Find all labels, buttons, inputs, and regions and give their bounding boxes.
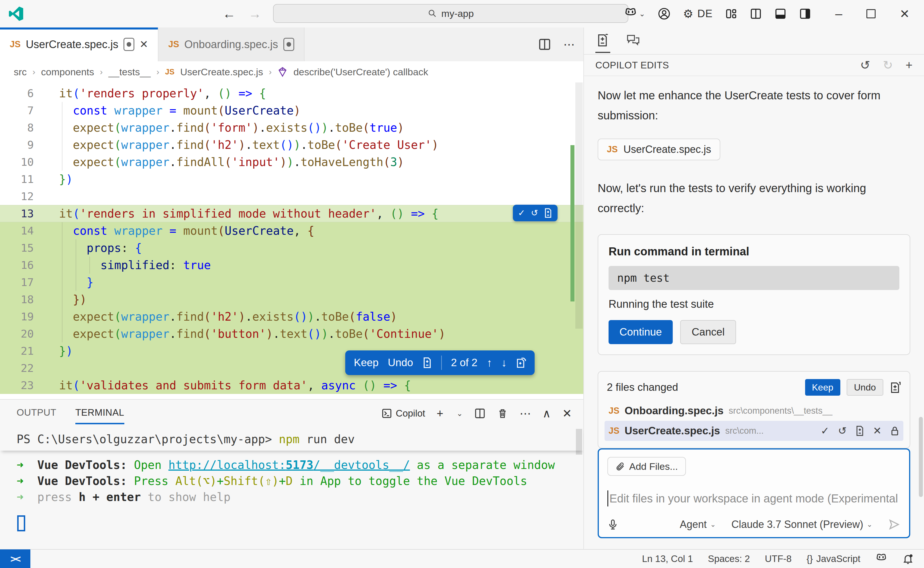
- language-mode[interactable]: {} JavaScript: [807, 553, 860, 564]
- open-diff-icon[interactable]: [855, 426, 864, 436]
- tab-output[interactable]: OUTPUT: [17, 407, 56, 420]
- file-row-usercreate[interactable]: JS UserCreate.spec.js src\com... ✓ ↺ ✕: [604, 421, 903, 441]
- discard-change-icon[interactable]: ↺: [531, 209, 538, 217]
- code-editor[interactable]: 6it('renders properly', () => {7 const w…: [0, 82, 583, 399]
- chevron-down-icon: ⌄: [710, 520, 716, 529]
- code-line-20[interactable]: 20 expect(wrapper.find('button').text())…: [0, 325, 583, 342]
- input-placeholder: Edit files in your workspace in agent mo…: [609, 492, 898, 505]
- command-card-title: Run command in terminal: [609, 245, 899, 258]
- split-editor-icon[interactable]: [538, 38, 551, 51]
- terminal-copilot-selector[interactable]: Copilot: [381, 408, 425, 419]
- terminal-scrollbar[interactable]: [576, 429, 582, 455]
- toggle-secondary-sidebar-icon[interactable]: [799, 8, 811, 20]
- breadcrumb-symbol[interactable]: describe('UserCreate') callback: [293, 66, 428, 78]
- command-center-search[interactable]: my-app: [273, 4, 628, 23]
- keep-all-button[interactable]: Keep: [805, 379, 840, 396]
- code-line-8[interactable]: 8 expect(wrapper.find('form').exists()).…: [0, 119, 583, 136]
- copilot-status-icon[interactable]: [875, 554, 887, 564]
- code-line-11[interactable]: 11}): [0, 171, 583, 188]
- window-maximize-button[interactable]: [866, 9, 876, 18]
- tab-close-icon[interactable]: ✕: [139, 38, 148, 50]
- new-session-icon[interactable]: +: [905, 58, 913, 72]
- file-row-onboarding[interactable]: JS Onboarding.spec.js src\components\__t…: [604, 401, 903, 421]
- accept-change-icon[interactable]: ✓: [518, 209, 525, 217]
- microphone-icon[interactable]: [607, 518, 618, 531]
- code-line-15[interactable]: 15 props: {: [0, 239, 583, 257]
- continue-button[interactable]: Continue: [609, 320, 673, 344]
- keep-button[interactable]: Keep: [354, 357, 379, 369]
- terminal-output[interactable]: PS C:\Users\olguzzar\projects\my-app> np…: [0, 427, 583, 549]
- code-line-12[interactable]: 12: [0, 188, 583, 205]
- settings-gear-icon[interactable]: ⚙: [683, 7, 693, 20]
- chat-input-box[interactable]: Add Files... Edit files in your workspac…: [598, 448, 910, 538]
- modified-indicator-icon[interactable]: [123, 38, 134, 51]
- code-line-6[interactable]: 6it('renders properly', () => {: [0, 85, 583, 102]
- code-line-18[interactable]: 18 }): [0, 291, 583, 308]
- customize-layout-icon[interactable]: [725, 8, 737, 20]
- breadcrumb-tests[interactable]: __tests__: [109, 66, 151, 78]
- next-change-icon[interactable]: ↓: [501, 357, 507, 369]
- new-terminal-icon[interactable]: +: [437, 407, 443, 420]
- split-editor-icon[interactable]: [750, 8, 762, 20]
- diff-file-icon[interactable]: [544, 208, 552, 218]
- tab-terminal[interactable]: TERMINAL: [75, 407, 124, 420]
- nav-back-icon[interactable]: ←: [221, 5, 238, 22]
- open-diff-icon[interactable]: [516, 357, 526, 368]
- mode-dropdown[interactable]: Agent ⌄: [680, 518, 716, 530]
- encoding-setting[interactable]: UTF-8: [765, 553, 792, 564]
- code-line-19[interactable]: 19 expect(wrapper.find('h2').exists()).t…: [0, 308, 583, 325]
- model-dropdown[interactable]: Claude 3.7 Sonnet (Preview) ⌄: [732, 518, 872, 530]
- terminal-dropdown-icon[interactable]: ⌄: [456, 409, 463, 418]
- remove-file-icon[interactable]: ✕: [873, 425, 882, 437]
- code-line-10[interactable]: 10 expect(wrapper.findAll('input')).toHa…: [0, 153, 583, 171]
- view-all-diffs-icon[interactable]: [890, 381, 901, 394]
- diff-file-icon[interactable]: [422, 357, 432, 368]
- editor-scrollbar[interactable]: [575, 82, 583, 329]
- previous-change-icon[interactable]: ↑: [486, 357, 492, 369]
- split-terminal-icon[interactable]: [474, 408, 486, 419]
- code-line-14[interactable]: 14 const wrapper = mount(UserCreate, {: [0, 222, 583, 239]
- notifications-bell-icon[interactable]: [902, 553, 914, 565]
- breadcrumb-components[interactable]: components: [41, 66, 94, 78]
- cursor-position[interactable]: Ln 13, Col 1: [642, 553, 693, 564]
- window-minimize-button[interactable]: –: [835, 7, 842, 21]
- discard-file-icon[interactable]: ↺: [838, 425, 847, 437]
- code-line-13[interactable]: 13it('renders in simplified mode without…: [0, 205, 583, 222]
- breadcrumb-src[interactable]: src: [14, 66, 27, 78]
- add-files-button[interactable]: Add Files...: [607, 457, 686, 476]
- tab-onboarding-spec[interactable]: JS Onboarding.spec.js: [158, 27, 304, 61]
- code-line-7[interactable]: 7 const wrapper = mount(UserCreate): [0, 102, 583, 119]
- remote-indicator[interactable]: ><: [0, 549, 30, 568]
- undo-all-button[interactable]: Undo: [847, 379, 884, 396]
- chat-input-field[interactable]: Edit files in your workspace in agent mo…: [607, 488, 901, 508]
- account-icon[interactable]: [658, 8, 670, 20]
- panel-more-icon[interactable]: ⋯: [520, 407, 531, 420]
- tab-usercreate-spec[interactable]: JS UserCreate.spec.js ✕: [0, 27, 158, 61]
- modified-indicator-icon[interactable]: [283, 38, 294, 51]
- window-close-button[interactable]: ✕: [900, 7, 910, 21]
- panel-scrollbar[interactable]: [919, 417, 923, 497]
- code-line-16[interactable]: 16 simplified: true: [0, 257, 583, 274]
- send-icon[interactable]: [888, 518, 901, 531]
- maximize-panel-icon[interactable]: ∧: [542, 407, 551, 420]
- lock-icon[interactable]: [890, 426, 899, 436]
- accept-file-icon[interactable]: ✓: [821, 425, 829, 437]
- code-line-23[interactable]: 23it('validates and submits form data', …: [0, 377, 583, 394]
- undo-button[interactable]: Undo: [388, 357, 413, 369]
- panel-undo-icon[interactable]: ↺: [860, 58, 870, 72]
- breadcrumb-file[interactable]: UserCreate.spec.js: [180, 66, 263, 78]
- close-panel-icon[interactable]: ✕: [562, 407, 572, 420]
- file-chip-usercreate[interactable]: JS UserCreate.spec.js: [598, 139, 720, 160]
- copilot-menu-icon[interactable]: ⌄: [624, 8, 645, 20]
- tab-chat[interactable]: [625, 30, 641, 52]
- nav-forward-icon[interactable]: →: [246, 5, 264, 22]
- toggle-panel-icon[interactable]: [774, 8, 786, 20]
- kill-terminal-icon[interactable]: [497, 408, 508, 419]
- tab-copilot-edits[interactable]: [595, 29, 610, 52]
- cancel-button[interactable]: Cancel: [680, 320, 736, 344]
- indentation-setting[interactable]: Spaces: 2: [708, 553, 750, 564]
- code-line-9[interactable]: 9 expect(wrapper.find('h2').text()).toBe…: [0, 136, 583, 153]
- more-actions-icon[interactable]: ⋯: [563, 38, 575, 51]
- language-indicator[interactable]: DE: [697, 8, 713, 20]
- code-line-17[interactable]: 17 }: [0, 274, 583, 291]
